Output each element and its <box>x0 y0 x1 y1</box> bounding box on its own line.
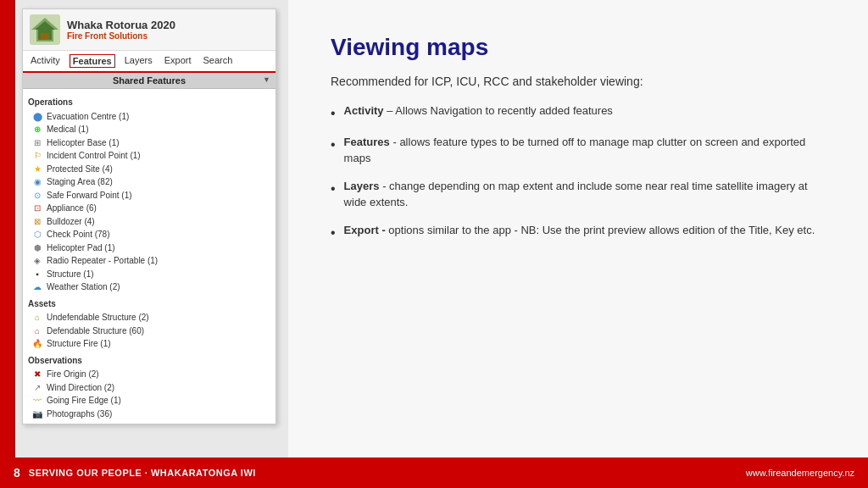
bullet-separator-layers: - <box>382 180 389 192</box>
list-item: ★ Protected Site (4) <box>28 163 270 176</box>
feature-label: Appliance (6) <box>47 202 97 215</box>
fire-edge-icon: 〰 <box>31 395 43 407</box>
right-panel: Viewing maps Recommended for ICP, ICU, R… <box>288 0 868 458</box>
list-item: ✖ Fire Origin (2) <box>28 368 270 381</box>
footer-left: 8 SERVING OUR PEOPLE · WHAKARATONGA IWI <box>14 466 256 480</box>
bullet-key-layers: Layers <box>344 180 380 192</box>
feature-label: Evacuation Centre (1) <box>47 110 129 124</box>
feature-label: Structure (1) <box>47 268 94 281</box>
structure-fire-icon: 🔥 <box>31 338 43 350</box>
icp-icon: ⚐ <box>31 150 43 162</box>
staging-area-icon: ◉ <box>31 176 43 188</box>
nav-activity[interactable]: Activity <box>28 54 63 68</box>
list-item: ⬡ Check Point (78) <box>28 228 270 241</box>
bullet-item-features: Features - allows feature types to be tu… <box>331 135 826 167</box>
subtitle-text: Recommended for ICP, ICU, RCC and stakeh… <box>331 75 826 88</box>
safe-forward-icon: ⊙ <box>31 189 43 201</box>
medical-icon: ⊕ <box>31 124 43 136</box>
list-item: ⌂ Defendable Structure (60) <box>28 324 270 338</box>
defendable-icon: ⌂ <box>31 324 43 336</box>
list-item: ⊠ Bulldozer (4) <box>28 215 270 229</box>
list-item: ⊙ Safe Forward Point (1) <box>28 189 270 202</box>
list-item: 📷 Photographs (36) <box>28 408 270 421</box>
list-item: 🔥 Structure Fire (1) <box>28 337 270 351</box>
feature-label: Medical (1) <box>47 123 88 136</box>
app-nav: Activity Features Layers Export Search <box>23 51 275 73</box>
feature-label: Radio Repeater - Portable (1) <box>47 254 158 268</box>
list-item: ⌂ Undefendable Structure (2) <box>28 311 270 324</box>
bulldozer-icon: ⊠ <box>31 215 43 227</box>
feature-label: Helicopter Base (1) <box>47 136 120 150</box>
bullet-key-activity: Activity <box>344 104 384 117</box>
weather-station-icon: ☁ <box>31 281 43 293</box>
app-logo <box>30 14 60 45</box>
list-item: ⊕ Medical (1) <box>28 123 270 136</box>
list-item: ⚐ Incident Control Point (1) <box>28 149 270 163</box>
photos-icon: 📷 <box>31 408 43 419</box>
helicopter-base-icon: ⊞ <box>31 136 43 148</box>
nav-search[interactable]: Search <box>201 54 236 68</box>
nav-export[interactable]: Export <box>162 54 194 68</box>
app-subtitle: Fire Front Solutions <box>67 31 175 41</box>
feature-label: Staging Area (82) <box>47 175 113 189</box>
list-item: ⊡ Appliance (6) <box>28 202 270 215</box>
feature-label: Bulldozer (4) <box>47 215 95 229</box>
category-assets: Assets <box>28 297 270 311</box>
app-screenshot: Whaka Rotorua 2020 Fire Front Solutions … <box>22 8 276 424</box>
app-header: Whaka Rotorua 2020 Fire Front Solutions <box>23 9 275 51</box>
category-observations: Observations <box>28 354 270 368</box>
nav-layers[interactable]: Layers <box>122 54 155 68</box>
bullet-item-layers: Layers - change depending on map extent … <box>331 179 826 211</box>
list-item: ▪ Structure (1) <box>28 268 270 281</box>
appliance-icon: ⊡ <box>31 202 43 214</box>
footer: 8 SERVING OUR PEOPLE · WHAKARATONGA IWI … <box>0 458 868 488</box>
feature-label: Incident Control Point (1) <box>47 149 141 163</box>
feature-label: Defendable Structure (60) <box>47 324 144 338</box>
fire-origin-icon: ✖ <box>31 369 43 380</box>
feature-label: Helicopter Pad (1) <box>47 241 115 255</box>
bullet-text-layers: change depending on map extent and inclu… <box>344 180 808 208</box>
protected-site-icon: ★ <box>31 163 43 175</box>
list-item: ⬤ Evacuation Centre (1) <box>28 110 270 124</box>
feature-label: Weather Station (2) <box>47 280 120 294</box>
footer-page-number: 8 <box>14 466 20 480</box>
list-item: 〰 Going Fire Edge (1) <box>28 394 270 408</box>
wind-direction-icon: ↗ <box>31 381 43 393</box>
checkpoint-icon: ⬡ <box>31 229 43 241</box>
nav-features[interactable]: Features <box>70 54 115 68</box>
footer-tagline: SERVING OUR PEOPLE · WHAKARATONGA IWI <box>29 468 256 478</box>
feature-list: Operations ⬤ Evacuation Centre (1) ⊕ Med… <box>23 89 275 424</box>
bullet-key-export: Export - <box>344 224 386 236</box>
heli-pad-icon: ⬢ <box>31 241 43 253</box>
bullet-item-activity: Activity – Allows Navigation to recently… <box>331 103 826 123</box>
left-accent-bar <box>0 0 15 458</box>
bullet-key-features: Features <box>344 136 390 148</box>
list-item: ☁ Weather Station (2) <box>28 280 270 294</box>
feature-label: Structure Fire (1) <box>47 337 111 351</box>
page-title: Viewing maps <box>331 34 826 61</box>
bullet-text-features: allows feature types to be turned off to… <box>344 136 806 164</box>
bullet-item-export: Export - options similar to the app - NB… <box>331 223 826 242</box>
list-item: ◉ Staging Area (82) <box>28 175 270 189</box>
feature-label: Fire Origin (2) <box>47 368 99 381</box>
category-operations: Operations <box>28 96 270 109</box>
feature-label: Undefendable Structure (2) <box>47 311 149 324</box>
structure-icon: ▪ <box>31 268 43 280</box>
feature-label: Protected Site (4) <box>47 163 113 176</box>
bullet-list: Activity – Allows Navigation to recently… <box>331 103 826 254</box>
feature-label: Going Fire Edge (1) <box>47 394 121 408</box>
bullet-separator-activity: – <box>387 104 395 117</box>
list-item: ◈ Radio Repeater - Portable (1) <box>28 254 270 268</box>
list-item: ↗ Wind Direction (2) <box>28 381 270 395</box>
evacuation-icon: ⬤ <box>31 110 43 122</box>
radio-repeater-icon: ◈ <box>31 255 43 267</box>
list-item: ⊞ Helicopter Base (1) <box>28 136 270 150</box>
undefendable-icon: ⌂ <box>31 312 43 324</box>
feature-label: Safe Forward Point (1) <box>47 189 132 202</box>
feature-label: Check Point (78) <box>47 228 109 241</box>
list-item: ⬢ Helicopter Pad (1) <box>28 241 270 255</box>
feature-label: Photographs (36) <box>47 408 112 421</box>
app-title: Whaka Rotorua 2020 <box>67 19 175 32</box>
bullet-text-export: options similar to the app - NB: Use the… <box>388 224 815 236</box>
feature-label: Wind Direction (2) <box>47 381 114 395</box>
